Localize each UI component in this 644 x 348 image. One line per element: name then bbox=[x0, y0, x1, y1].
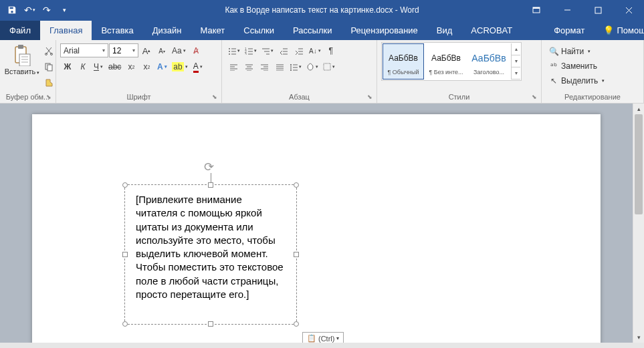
styles-scroll-down[interactable]: ▾ bbox=[512, 55, 520, 67]
ribbon-tabs: Файл Главная Вставка Дизайн Макет Ссылки… bbox=[0, 20, 644, 40]
resize-handle-sw[interactable] bbox=[122, 321, 128, 327]
styles-scroll-up[interactable]: ▴ bbox=[512, 43, 520, 55]
document-area[interactable]: ⟳ [Привлеките внимание читателя с помощь… bbox=[0, 104, 644, 343]
tab-references[interactable]: Ссылки bbox=[234, 21, 284, 40]
font-color-button[interactable]: A bbox=[191, 59, 205, 74]
justify-button[interactable] bbox=[272, 59, 287, 74]
paragraph-dialog-launcher[interactable]: ⬊ bbox=[367, 94, 372, 100]
superscript-button[interactable]: x2 bbox=[139, 59, 154, 74]
svg-text:1: 1 bbox=[245, 47, 247, 51]
grow-font-button[interactable]: A▴ bbox=[139, 43, 154, 58]
shrink-font-button[interactable]: A▾ bbox=[154, 43, 169, 58]
font-name-dropdown[interactable]: Arial bbox=[60, 43, 108, 57]
underline-button[interactable]: Ч bbox=[91, 59, 106, 74]
svg-rect-3 bbox=[595, 7, 601, 13]
font-dialog-launcher[interactable]: ⬊ bbox=[212, 94, 217, 100]
title-bar: ↶▾ ↷ ▾ Как в Ворде написать текст на кар… bbox=[0, 0, 644, 20]
close-icon[interactable] bbox=[613, 0, 644, 20]
svg-rect-7 bbox=[18, 45, 23, 49]
show-marks-button[interactable]: ¶ bbox=[324, 43, 338, 58]
style-no-spacing[interactable]: АаБбВв ¶ Без инте... bbox=[425, 43, 467, 79]
clipboard-dialog-launcher[interactable]: ⬊ bbox=[46, 94, 51, 100]
styles-gallery[interactable]: АаБбВв ¶ Обычный АаБбВв ¶ Без инте... Аа… bbox=[381, 42, 522, 81]
change-case-button[interactable]: Aa bbox=[170, 43, 188, 58]
tab-layout[interactable]: Макет bbox=[191, 21, 234, 40]
rotate-handle-icon[interactable]: ⟳ bbox=[204, 160, 217, 173]
increase-indent-button[interactable] bbox=[292, 43, 306, 58]
strikethrough-button[interactable]: abc bbox=[106, 59, 123, 74]
resize-handle-e[interactable] bbox=[294, 252, 299, 257]
scroll-up-icon[interactable]: ▴ bbox=[633, 104, 644, 114]
save-icon[interactable] bbox=[4, 2, 20, 18]
document-page[interactable]: ⟳ [Привлеките внимание читателя с помощь… bbox=[32, 114, 601, 343]
bold-button[interactable]: Ж bbox=[60, 59, 75, 74]
qat-customize-icon[interactable]: ▾ bbox=[56, 2, 72, 18]
styles-dialog-launcher[interactable]: ⬊ bbox=[532, 94, 537, 100]
tab-insert[interactable]: Вставка bbox=[92, 21, 142, 40]
vertical-scrollbar[interactable]: ▴ ▾ bbox=[633, 104, 644, 343]
numbering-button[interactable]: 123 bbox=[243, 43, 259, 58]
svg-point-12 bbox=[45, 53, 47, 55]
tab-review[interactable]: Рецензирование bbox=[341, 21, 427, 40]
subscript-button[interactable]: x2 bbox=[124, 59, 138, 74]
group-paragraph: 123 A↓ ¶ Абзац⬊ bbox=[222, 40, 377, 103]
copy-button[interactable] bbox=[41, 59, 56, 74]
select-button[interactable]: ↖Выделить▾ bbox=[547, 74, 607, 88]
ribbon-display-icon[interactable] bbox=[521, 0, 552, 20]
line-spacing-button[interactable] bbox=[288, 59, 304, 74]
minimize-icon[interactable] bbox=[552, 0, 582, 20]
replace-icon: ᵃᵇ bbox=[549, 61, 558, 71]
maximize-icon[interactable] bbox=[582, 0, 613, 20]
align-left-button[interactable] bbox=[226, 59, 241, 74]
scroll-thumb[interactable] bbox=[635, 114, 643, 214]
italic-button[interactable]: К bbox=[76, 59, 90, 74]
resize-handle-w[interactable] bbox=[122, 252, 128, 257]
tab-design[interactable]: Дизайн bbox=[143, 21, 191, 40]
tab-mailings[interactable]: Рассылки bbox=[284, 21, 341, 40]
paste-options-button[interactable]: 📋 (Ctrl) ▾ bbox=[302, 332, 344, 343]
tab-format[interactable]: Формат bbox=[544, 21, 594, 40]
shading-button[interactable] bbox=[304, 59, 320, 74]
replace-button[interactable]: ᵃᵇЗаменить bbox=[547, 59, 607, 73]
scroll-down-icon[interactable]: ▾ bbox=[633, 332, 644, 343]
tab-file[interactable]: Файл bbox=[0, 21, 40, 40]
align-center-button[interactable] bbox=[241, 59, 256, 74]
decrease-indent-button[interactable] bbox=[276, 43, 291, 58]
undo-icon[interactable]: ↶▾ bbox=[21, 2, 37, 18]
resize-handle-se[interactable] bbox=[294, 321, 299, 327]
tell-me[interactable]: 💡 Помощ... bbox=[594, 21, 644, 40]
cursor-icon: ↖ bbox=[549, 76, 558, 85]
highlight-button[interactable]: ab bbox=[170, 59, 189, 74]
multilevel-list-button[interactable] bbox=[259, 43, 276, 58]
resize-handle-ne[interactable] bbox=[294, 182, 299, 188]
styles-expand[interactable]: ▾ bbox=[512, 67, 520, 79]
tab-home[interactable]: Главная bbox=[40, 21, 92, 40]
svg-rect-1 bbox=[533, 7, 540, 9]
paste-button[interactable]: Вставить bbox=[4, 42, 40, 89]
group-font: Arial 12 A▴ A▾ Aa A̷ Ж К Ч abc x2 x2 A a… bbox=[56, 40, 222, 103]
format-painter-button[interactable] bbox=[41, 75, 56, 90]
sort-button[interactable]: A↓ bbox=[307, 43, 323, 58]
borders-button[interactable] bbox=[321, 59, 337, 74]
svg-text:2: 2 bbox=[245, 49, 247, 53]
resize-handle-n[interactable] bbox=[208, 182, 213, 188]
resize-handle-s[interactable] bbox=[208, 321, 213, 327]
resize-handle-nw[interactable] bbox=[122, 182, 128, 188]
quick-access-toolbar: ↶▾ ↷ ▾ bbox=[0, 2, 72, 18]
align-right-button[interactable] bbox=[257, 59, 272, 74]
text-box[interactable]: ⟳ [Привлеките внимание читателя с помощь… bbox=[124, 184, 297, 325]
tab-acrobat[interactable]: ACROBAT bbox=[461, 21, 522, 40]
text-effects-button[interactable]: A bbox=[154, 59, 169, 74]
bullets-button[interactable] bbox=[226, 43, 242, 58]
tab-view[interactable]: Вид bbox=[427, 21, 462, 40]
redo-icon[interactable]: ↷ bbox=[39, 2, 55, 18]
clear-formatting-button[interactable]: A̷ bbox=[189, 43, 203, 58]
find-button[interactable]: 🔍Найти▾ bbox=[547, 45, 607, 58]
style-normal[interactable]: АаБбВв ¶ Обычный bbox=[383, 43, 424, 79]
svg-rect-8 bbox=[19, 54, 30, 66]
cut-button[interactable] bbox=[41, 43, 56, 58]
style-heading1[interactable]: АаБбВв Заголово... bbox=[468, 43, 510, 79]
text-box-content[interactable]: [Привлеките внимание читателя с помощью … bbox=[125, 185, 296, 309]
group-clipboard: Вставить Буфер обм...⬊ bbox=[0, 40, 56, 103]
font-size-dropdown[interactable]: 12 bbox=[109, 43, 138, 57]
